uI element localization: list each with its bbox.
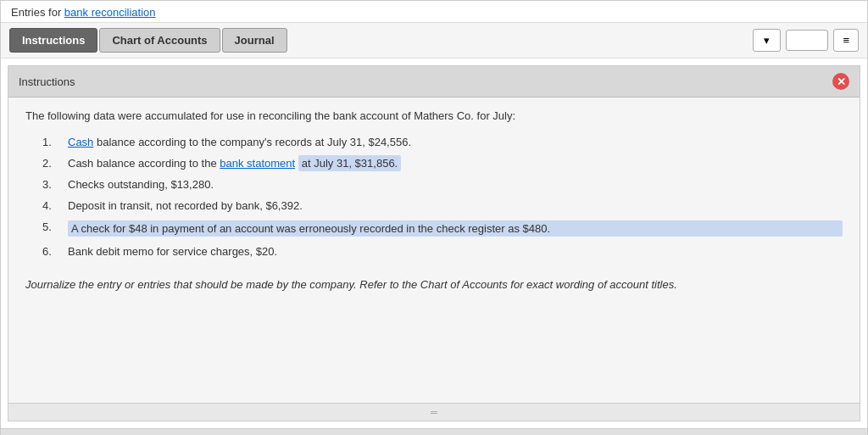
list-number: 5. [42,220,68,233]
panel-footer: ═ [8,403,860,421]
toolbar-right: ▾ ≡ [753,29,859,52]
list-text: Cash balance according to the company's … [68,136,843,148]
list-item: 6. Bank debit memo for service charges, … [42,245,843,258]
list-number: 3. [42,178,68,191]
list-text: Bank debit memo for service charges, $20… [68,245,843,258]
list-item: 5. A check for $48 in payment of an acco… [42,220,843,237]
panel-title: Instructions [19,75,75,88]
top-header: Entries for bank reconciliation [1,1,867,23]
list-text: Deposit in transit, not recorded by bank… [68,199,843,212]
dropdown-button[interactable]: ▾ [753,29,781,52]
list-number: 6. [42,245,68,258]
bank-reconciliation-link[interactable]: bank reconciliation [64,6,156,19]
item-2-text-after: at July 31, $31,856. [298,155,401,171]
content-panel: Instructions ✕ The following data were a… [8,65,860,421]
panel-body: The following data were accumulated for … [8,98,860,403]
resize-handle-icon[interactable]: ═ [431,407,437,417]
entries-prefix: Entries for [11,6,64,19]
bottom-bar [1,428,867,435]
intro-text: The following data were accumulated for … [25,109,843,122]
list-item: 1. Cash balance according to the company… [42,136,843,148]
list-text: A check for $48 in payment of an account… [68,220,843,237]
list-text: Cash balance according to the bank stato… [68,157,843,170]
entries-label: Entries for bank reconciliation [11,6,156,19]
page-wrapper: Entries for bank reconciliation Instruct… [0,0,868,435]
list-item: 2. Cash balance according to the bank st… [42,157,843,170]
toolbar: Instructions Chart of Accounts Journal ▾… [1,23,867,59]
list-text: Checks outstanding, $13,280. [68,178,843,191]
bank-statement-link[interactable]: bank statoment [220,157,295,170]
list-number: 1. [42,136,68,148]
item-1-text: balance according to the company's recor… [97,136,411,148]
page-input[interactable] [786,30,828,51]
cash-link[interactable]: Cash [68,136,93,148]
journal-instruction: Journalize the entry or entries that sho… [25,278,843,291]
hamburger-icon: ≡ [843,34,849,47]
item-2-text-before: Cash balance according to the [68,157,220,170]
instructions-list: 1. Cash balance according to the company… [42,136,843,258]
chevron-down-icon: ▾ [764,34,770,47]
menu-button[interactable]: ≡ [833,29,859,52]
list-item: 3. Checks outstanding, $13,280. [42,178,843,191]
list-number: 4. [42,199,68,212]
tab-chart-of-accounts[interactable]: Chart of Accounts [99,28,220,53]
close-icon: ✕ [837,76,846,87]
list-item: 4. Deposit in transit, not recorded by b… [42,199,843,212]
list-number: 2. [42,157,68,170]
panel-header: Instructions ✕ [8,66,860,98]
tab-journal[interactable]: Journal [222,28,287,53]
close-button[interactable]: ✕ [832,73,849,90]
tab-instructions[interactable]: Instructions [9,28,97,53]
